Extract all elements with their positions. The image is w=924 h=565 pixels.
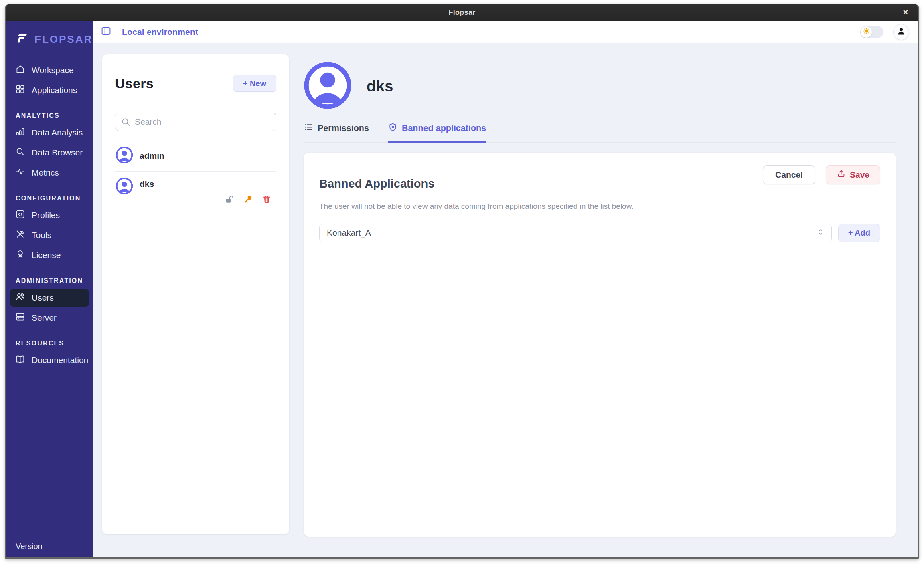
- shield-x-icon: [388, 123, 397, 134]
- tab-label: Banned applications: [402, 123, 486, 133]
- detail-tabs: Permissions Banned applications: [304, 123, 896, 143]
- brand-name: FLOPSAR: [34, 33, 93, 46]
- sidebar: FLOPSAR Workspace Applications ANALYTICS…: [6, 21, 93, 557]
- sidebar-item-applications[interactable]: Applications: [10, 81, 89, 99]
- sidebar-item-label: Metrics: [32, 168, 59, 178]
- nav-section-resources: RESOURCES: [16, 340, 93, 347]
- tab-label: Permissions: [318, 123, 369, 133]
- person-icon: [896, 26, 906, 38]
- sidebar-item-license[interactable]: License: [10, 246, 89, 264]
- close-icon[interactable]: ×: [900, 7, 911, 18]
- tab-banned-applications[interactable]: Banned applications: [388, 123, 486, 143]
- window-titlebar[interactable]: Flopsar ×: [6, 4, 918, 21]
- sidebar-item-label: Data Analysis: [32, 128, 83, 137]
- sidebar-item-metrics[interactable]: Metrics: [10, 163, 89, 182]
- user-avatar-large: [304, 62, 351, 111]
- search-icon: [15, 147, 25, 159]
- nav-section-administration: ADMINISTRATION: [16, 277, 93, 285]
- server-icon: [15, 312, 25, 324]
- save-button[interactable]: Save: [826, 165, 880, 184]
- topbar: Local environment: [93, 21, 918, 43]
- sidebar-item-label: Server: [32, 313, 57, 323]
- sidebar-item-server[interactable]: Server: [10, 309, 89, 327]
- user-row-admin[interactable]: admin: [115, 142, 276, 170]
- users-icon: [15, 292, 25, 304]
- tab-permissions[interactable]: Permissions: [304, 123, 369, 142]
- list-icon: [304, 123, 313, 134]
- flopsar-logo-icon: [15, 31, 29, 47]
- book-icon: [15, 354, 25, 366]
- sidebar-item-documentation[interactable]: Documentation: [10, 351, 89, 369]
- sidebar-item-label: Tools: [32, 230, 51, 240]
- version-label: Version: [16, 542, 43, 551]
- sidebar-item-tools[interactable]: Tools: [10, 226, 89, 244]
- environment-link[interactable]: Local environment: [122, 27, 198, 37]
- home-icon: [15, 64, 25, 76]
- tools-icon: [15, 229, 25, 241]
- sidebar-item-label: Users: [32, 293, 54, 303]
- nav-section-analytics: ANALYTICS: [16, 112, 93, 119]
- theme-knob: [861, 26, 872, 38]
- users-panel-title: Users: [115, 76, 154, 91]
- user-name: admin: [140, 151, 164, 161]
- list-divider: [115, 171, 276, 172]
- sidebar-item-workspace[interactable]: Workspace: [10, 61, 89, 79]
- theme-toggle[interactable]: [860, 26, 883, 38]
- code-icon: [15, 209, 25, 221]
- award-icon: [15, 249, 25, 261]
- bar-chart-icon: [15, 127, 25, 139]
- unlock-icon[interactable]: [224, 194, 234, 206]
- search-input[interactable]: [115, 113, 276, 131]
- trash-icon[interactable]: [262, 194, 272, 206]
- add-application-button[interactable]: + Add: [838, 224, 880, 242]
- user-list: admin dks: [115, 142, 276, 210]
- sidebar-item-label: Documentation: [32, 355, 88, 365]
- cancel-button[interactable]: Cancel: [763, 165, 815, 184]
- user-name: dks: [140, 179, 154, 188]
- sun-icon: [863, 27, 870, 36]
- upload-icon: [837, 169, 846, 180]
- sidebar-item-label: License: [32, 250, 61, 260]
- key-icon[interactable]: [243, 194, 253, 206]
- users-panel: Users + New admin: [102, 54, 289, 534]
- application-select[interactable]: Konakart_A: [319, 224, 832, 242]
- sidebar-item-label: Applications: [32, 85, 77, 95]
- sidebar-item-data-browser[interactable]: Data Browser: [10, 143, 89, 162]
- user-detail: dks Permissions Banned applications: [304, 54, 896, 557]
- sidebar-item-profiles[interactable]: Profiles: [10, 206, 89, 224]
- sidebar-item-label: Workspace: [32, 65, 74, 75]
- sidebar-item-data-analysis[interactable]: Data Analysis: [10, 123, 89, 142]
- chevron-up-down-icon: [816, 228, 825, 238]
- account-avatar[interactable]: [893, 24, 909, 40]
- activity-icon: [15, 167, 25, 179]
- sidebar-item-label: Data Browser: [32, 148, 83, 157]
- user-avatar: [116, 178, 133, 196]
- banned-applications-card: Banned Applications The user will not be…: [304, 153, 896, 537]
- user-row-dks[interactable]: dks: [115, 173, 276, 210]
- sidebar-toggle-icon[interactable]: [101, 26, 111, 38]
- main-area: Local environment Users: [93, 21, 918, 557]
- sidebar-item-users[interactable]: Users: [10, 289, 89, 307]
- brand: FLOPSAR: [15, 31, 93, 47]
- grid-icon: [15, 84, 25, 96]
- detail-username: dks: [367, 78, 393, 95]
- search-icon: [121, 117, 131, 129]
- app-window: Flopsar × FLOPSAR Workspace: [5, 4, 919, 559]
- window-title: Flopsar: [448, 8, 475, 17]
- nav-section-configuration: CONFIGURATION: [16, 195, 93, 202]
- application-select-value: Konakart_A: [327, 228, 371, 238]
- card-description: The user will not be able to view any da…: [319, 202, 634, 211]
- save-button-label: Save: [850, 170, 869, 180]
- user-avatar: [116, 147, 133, 165]
- card-title: Banned Applications: [319, 177, 634, 190]
- new-user-button[interactable]: + New: [233, 75, 276, 92]
- sidebar-item-label: Profiles: [32, 210, 60, 220]
